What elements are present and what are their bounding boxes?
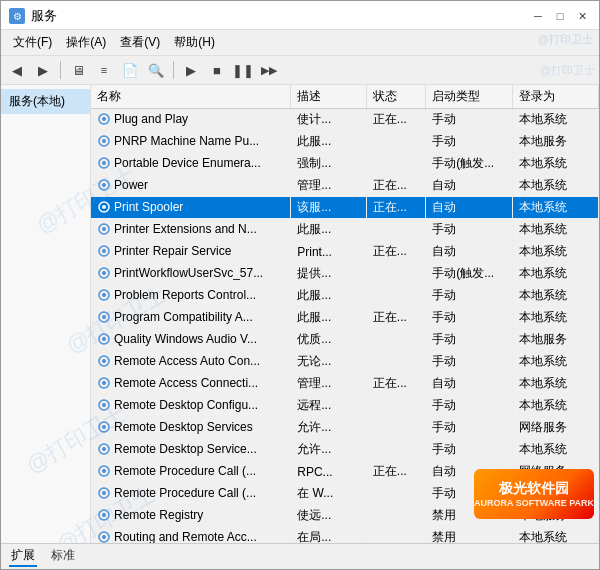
- service-login: 本地系统: [512, 285, 598, 307]
- table-row[interactable]: Routing and Remote Acc...在局...禁用本地系统: [91, 527, 599, 544]
- service-status: 正在...: [366, 373, 425, 395]
- table-row[interactable]: Portable Device Enumera...强制...手动(触发...本…: [91, 153, 599, 175]
- service-icon: [97, 442, 111, 456]
- menu-file[interactable]: 文件(F): [7, 32, 58, 53]
- toolbar-stop[interactable]: ■: [205, 59, 229, 81]
- col-header-login[interactable]: 登录为: [512, 85, 598, 109]
- svg-point-33: [102, 469, 106, 473]
- toolbar-pause[interactable]: ❚❚: [231, 59, 255, 81]
- table-row[interactable]: Program Compatibility A...此服...正在...手动本地…: [91, 307, 599, 329]
- sidebar-item-local[interactable]: 服务(本地): [1, 89, 90, 114]
- service-icon: [97, 288, 111, 302]
- service-desc: 在 W...: [291, 483, 367, 505]
- service-startup: 手动: [426, 417, 512, 439]
- service-startup: 自动: [426, 373, 512, 395]
- minimize-button[interactable]: ─: [529, 7, 547, 25]
- table-row[interactable]: PNRP Machine Name Pu...此服...手动本地服务: [91, 131, 599, 153]
- sidebar: 服务(本地): [1, 85, 91, 543]
- svg-point-7: [102, 183, 106, 187]
- maximize-button[interactable]: □: [551, 7, 569, 25]
- close-button[interactable]: ✕: [573, 7, 591, 25]
- service-icon: [97, 398, 111, 412]
- service-status: [366, 505, 425, 527]
- tab-standard[interactable]: 标准: [49, 546, 77, 567]
- col-header-status[interactable]: 状态: [366, 85, 425, 109]
- service-name: PNRP Machine Name Pu...: [114, 134, 259, 148]
- table-row[interactable]: Remote Access Auto Con...无论...手动本地系统: [91, 351, 599, 373]
- toolbar-restart[interactable]: ▶▶: [257, 59, 281, 81]
- service-startup: 手动: [426, 307, 512, 329]
- table-row[interactable]: Problem Reports Control...此服...手动本地系统: [91, 285, 599, 307]
- svg-point-21: [102, 337, 106, 341]
- toolbar-separator-2: [173, 61, 174, 79]
- service-desc: 允许...: [291, 417, 367, 439]
- corner-logo: 极光软件园 AURORA SOFTWARE PARK: [469, 466, 599, 521]
- menu-action[interactable]: 操作(A): [60, 32, 112, 53]
- svg-point-27: [102, 403, 106, 407]
- service-desc: 管理...: [291, 175, 367, 197]
- menu-view[interactable]: 查看(V): [114, 32, 166, 53]
- service-login: 本地系统: [512, 109, 598, 131]
- service-startup: 手动: [426, 131, 512, 153]
- service-status: [366, 417, 425, 439]
- bottom-bar: 扩展 标准: [1, 543, 599, 569]
- service-name: Routing and Remote Acc...: [114, 530, 257, 543]
- table-row[interactable]: Remote Desktop Service...允许...手动本地系统: [91, 439, 599, 461]
- service-login: 本地服务: [512, 131, 598, 153]
- service-login: 本地系统: [512, 439, 598, 461]
- svg-point-13: [102, 249, 106, 253]
- toolbar-list[interactable]: ≡: [92, 59, 116, 81]
- svg-point-17: [102, 293, 106, 297]
- service-status: [366, 153, 425, 175]
- svg-point-25: [102, 381, 106, 385]
- service-status: 正在...: [366, 307, 425, 329]
- col-header-startup[interactable]: 启动类型: [426, 85, 512, 109]
- service-icon: [97, 156, 111, 170]
- toolbar-back[interactable]: ◀: [5, 59, 29, 81]
- service-status: 正在...: [366, 197, 425, 219]
- service-name: Print Spooler: [114, 200, 183, 214]
- toolbar-forward[interactable]: ▶: [31, 59, 55, 81]
- table-row[interactable]: Remote Desktop Services允许...手动网络服务: [91, 417, 599, 439]
- tab-extended[interactable]: 扩展: [9, 546, 37, 567]
- service-login: 网络服务: [512, 417, 598, 439]
- col-header-desc[interactable]: 描述: [291, 85, 367, 109]
- service-desc: 此服...: [291, 131, 367, 153]
- table-row[interactable]: Quality Windows Audio V...优质...手动本地服务: [91, 329, 599, 351]
- service-status: 正在...: [366, 175, 425, 197]
- menu-watermark: @打印卫士: [538, 32, 593, 53]
- service-status: [366, 131, 425, 153]
- service-icon: [97, 332, 111, 346]
- service-icon: [97, 354, 111, 368]
- col-header-name[interactable]: 名称: [91, 85, 291, 109]
- table-row[interactable]: Remote Access Connecti...管理...正在...自动本地系…: [91, 373, 599, 395]
- svg-point-19: [102, 315, 106, 319]
- service-icon: [97, 310, 111, 324]
- svg-point-29: [102, 425, 106, 429]
- table-row[interactable]: Printer Repair ServicePrint...正在...自动本地系…: [91, 241, 599, 263]
- logo-box: 极光软件园 AURORA SOFTWARE PARK: [474, 469, 594, 519]
- service-icon: [97, 134, 111, 148]
- toolbar-search[interactable]: 🔍: [144, 59, 168, 81]
- menu-help[interactable]: 帮助(H): [168, 32, 221, 53]
- table-row[interactable]: Printer Extensions and N...此服...手动本地系统: [91, 219, 599, 241]
- table-row[interactable]: Power管理...正在...自动本地系统: [91, 175, 599, 197]
- service-startup: 手动: [426, 219, 512, 241]
- service-icon: [97, 112, 111, 126]
- table-row[interactable]: Print Spooler该服...正在...自动本地系统: [91, 197, 599, 219]
- service-desc: 此服...: [291, 307, 367, 329]
- service-name: Remote Procedure Call (...: [114, 464, 256, 478]
- table-row[interactable]: Remote Desktop Configu...远程...手动本地系统: [91, 395, 599, 417]
- toolbar-doc[interactable]: 📄: [118, 59, 142, 81]
- service-startup: 手动(触发...: [426, 153, 512, 175]
- service-icon: [97, 200, 111, 214]
- service-login: 本地系统: [512, 219, 598, 241]
- service-login: 本地服务: [512, 329, 598, 351]
- toolbar-computer[interactable]: 🖥: [66, 59, 90, 81]
- toolbar-play[interactable]: ▶: [179, 59, 203, 81]
- toolbar-separator-1: [60, 61, 61, 79]
- table-row[interactable]: Plug and Play使计...正在...手动本地系统: [91, 109, 599, 131]
- service-login: 本地系统: [512, 263, 598, 285]
- service-icon: [97, 486, 111, 500]
- table-row[interactable]: PrintWorkflowUserSvc_57...提供...手动(触发...本…: [91, 263, 599, 285]
